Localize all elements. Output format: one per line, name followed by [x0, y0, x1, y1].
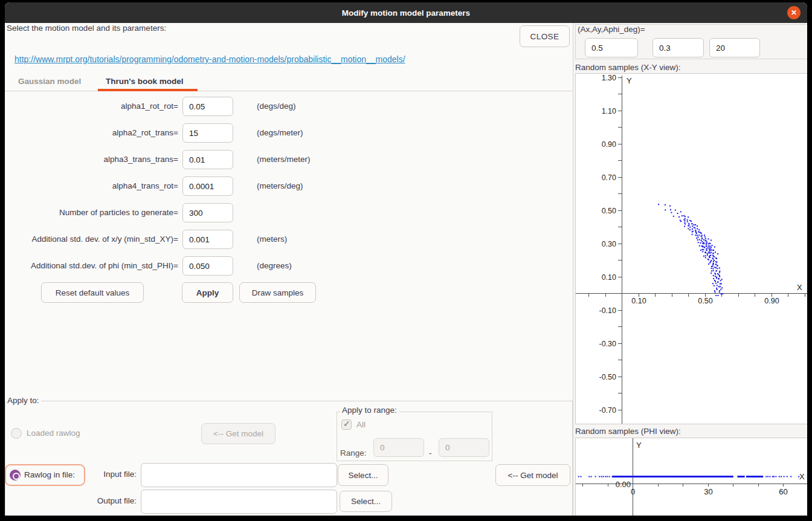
- svg-text:-0.50: -0.50: [599, 373, 617, 381]
- range-label: Range:: [340, 444, 367, 462]
- loaded-rawlog-radio: [11, 428, 22, 439]
- input-file-label: Input file:: [83, 470, 137, 479]
- svg-text:-0.70: -0.70: [599, 406, 617, 415]
- param-label-alpha1: alpha1_rot_rot=: [5, 97, 178, 116]
- svg-text:60: 60: [779, 487, 787, 496]
- draw-samples-button[interactable]: Draw samples: [239, 282, 316, 303]
- svg-text:X: X: [799, 472, 805, 481]
- svg-text:1.10: 1.10: [602, 107, 616, 115]
- close-icon: [791, 9, 797, 16]
- get-model-button-disabled: <-- Get model: [201, 423, 276, 444]
- delta-label: (Ax,Ay,Aphi_deg)=: [578, 25, 645, 34]
- param-label-min-std-phi: Additional std.dev. of phi (min_std_PHI)…: [5, 256, 178, 276]
- ay-input[interactable]: [652, 38, 704, 57]
- svg-text:0: 0: [631, 487, 635, 496]
- phi-view-title: Random samples (PHI view):: [575, 427, 681, 436]
- param-label-alpha3: alpha3_trans_trans=: [5, 150, 178, 169]
- svg-text:0.50: 0.50: [698, 297, 712, 305]
- param-label-min-std-xy: Additional std. dev. of x/y (min_std_XY)…: [5, 230, 178, 249]
- dialog-window: Modify motion model parameters Select th…: [5, 2, 807, 516]
- output-file-label: Output file:: [83, 496, 137, 505]
- apply-to-legend: Apply to:: [5, 396, 41, 405]
- phi-chart-svg: 030600.00YX: [576, 438, 807, 516]
- input-file-input[interactable]: [141, 463, 337, 487]
- rawlog-in-file-label: Rawlog in file:: [24, 470, 75, 479]
- all-checkbox: [341, 419, 352, 430]
- svg-text:0.00: 0.00: [616, 480, 631, 489]
- svg-text:0.90: 0.90: [764, 297, 779, 305]
- param-label-particles: Number of particles to generate=: [5, 203, 178, 222]
- xy-chart: -0.70-0.50-0.30-0.100.100.300.500.700.90…: [575, 73, 807, 424]
- svg-text:0.10: 0.10: [631, 297, 646, 305]
- svg-text:0.90: 0.90: [602, 140, 616, 149]
- svg-text:-0.10: -0.10: [599, 306, 617, 315]
- param-unit-min-std-xy: (meters): [257, 230, 287, 249]
- tutorial-link[interactable]: http://www.mrpt.org/tutorials/programmin…: [14, 54, 405, 64]
- param-label-alpha2: alpha2_rot_trans=: [5, 123, 178, 143]
- param-input-alpha4[interactable]: [182, 176, 233, 196]
- param-label-alpha4: alpha4_trans_rot=: [5, 176, 178, 196]
- svg-text:Y: Y: [627, 76, 632, 85]
- apply-to-range-legend: Apply to range:: [340, 406, 399, 415]
- ax-input[interactable]: [585, 38, 638, 57]
- param-unit-alpha3: (meters/meter): [257, 150, 311, 169]
- svg-text:0.50: 0.50: [602, 207, 616, 215]
- svg-text:30: 30: [704, 487, 712, 496]
- titlebar: Modify motion model parameters: [5, 2, 807, 23]
- svg-text:0.10: 0.10: [602, 273, 616, 282]
- input-file-select-button[interactable]: Select...: [338, 464, 388, 486]
- check-icon: [343, 419, 350, 429]
- output-file-select-button[interactable]: Select...: [340, 491, 392, 512]
- all-checkbox-label: All: [356, 420, 366, 429]
- tab-bar: Gaussian model Thrun's book model: [5, 71, 573, 91]
- svg-text:0.30: 0.30: [602, 240, 616, 248]
- param-input-alpha3[interactable]: [182, 150, 233, 169]
- rawlog-in-file-radio[interactable]: [10, 470, 21, 481]
- output-file-input[interactable]: [141, 490, 337, 514]
- range-from-input: [373, 438, 424, 457]
- param-input-min-std-phi[interactable]: [182, 256, 233, 276]
- instruction-label: Select the motion model and its paramete…: [7, 24, 166, 33]
- xy-chart-svg: -0.70-0.50-0.30-0.100.100.300.500.700.90…: [576, 74, 807, 424]
- tab-gaussian-model[interactable]: Gaussian model: [18, 71, 81, 91]
- param-unit-alpha1: (degs/deg): [257, 97, 296, 116]
- window-close-button[interactable]: [787, 6, 801, 19]
- range-dash: -: [429, 444, 432, 462]
- param-input-alpha2[interactable]: [182, 123, 233, 143]
- get-model-button[interactable]: <-- Get model: [495, 464, 570, 486]
- close-button[interactable]: CLOSE: [520, 25, 570, 47]
- svg-text:1.30: 1.30: [602, 74, 616, 82]
- param-input-particles[interactable]: [182, 203, 233, 222]
- svg-text:-0.30: -0.30: [599, 340, 617, 348]
- active-tab-indicator: [98, 89, 198, 91]
- param-input-alpha1[interactable]: [182, 97, 233, 116]
- reset-default-values-button[interactable]: Reset default values: [41, 282, 144, 303]
- range-to-input: [439, 438, 489, 457]
- phi-chart: 030600.00YX: [575, 438, 807, 516]
- xy-view-title: Random samples (X-Y view):: [575, 63, 681, 72]
- dialog-content: Select the motion model and its paramete…: [5, 23, 807, 516]
- window-title: Modify motion model parameters: [342, 8, 470, 18]
- apply-button[interactable]: Apply: [182, 282, 233, 303]
- param-unit-alpha4: (meters/deg): [257, 176, 303, 196]
- svg-text:0.70: 0.70: [602, 173, 616, 182]
- svg-text:X: X: [797, 283, 802, 292]
- loaded-rawlog-label: Loaded rawlog: [27, 429, 80, 438]
- param-input-min-std-xy[interactable]: [182, 230, 233, 249]
- param-unit-min-std-phi: (degrees): [257, 256, 292, 276]
- svg-text:Y: Y: [636, 441, 642, 450]
- aphi-input[interactable]: [709, 38, 760, 57]
- param-unit-alpha2: (degs/meter): [257, 123, 303, 143]
